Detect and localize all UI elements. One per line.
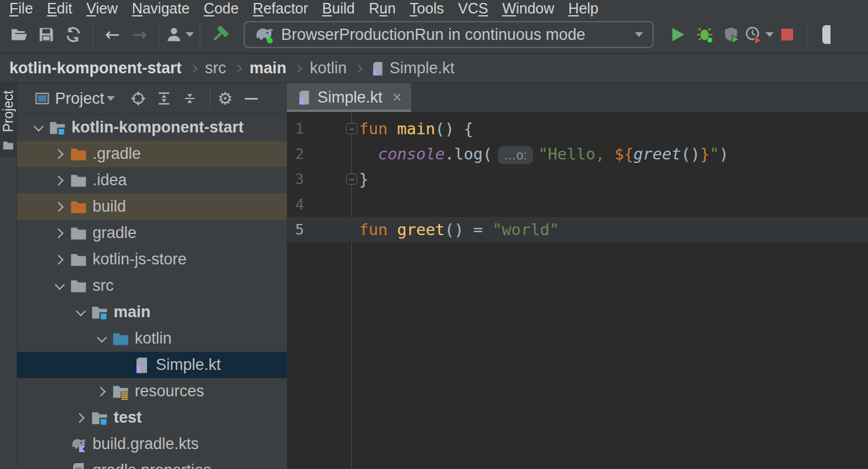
tree-chevron-icon[interactable]: [28, 114, 49, 141]
tree-chevron-icon[interactable]: [49, 431, 70, 457]
expand-all-button[interactable]: [153, 86, 179, 111]
save-all-button[interactable]: [33, 21, 60, 49]
menu-item[interactable]: View: [79, 0, 125, 16]
project-tree: kotlin-komponent-start .gradle .idea bui…: [17, 114, 287, 469]
tree-chevron-icon[interactable]: [70, 405, 91, 431]
locate-file-button[interactable]: [128, 86, 153, 111]
tree-chevron-icon[interactable]: [91, 378, 112, 405]
hammer-icon: [211, 26, 228, 43]
tree-row[interactable]: resources: [17, 378, 287, 405]
tree-chevron-icon[interactable]: [70, 299, 91, 325]
line-number: 5: [295, 221, 304, 238]
code-area[interactable]: 1 fun main() { 2 console.log(…o:"Hello, …: [287, 113, 868, 469]
chevron-down-icon[interactable]: [107, 96, 115, 101]
tree-chevron-icon[interactable]: [49, 193, 70, 220]
breadcrumb-item[interactable]: src: [205, 59, 250, 77]
main-toolbar: ← → Brow: [0, 16, 868, 54]
open-project-button[interactable]: [6, 21, 33, 49]
panel-separator: [210, 89, 210, 108]
breadcrumb-separator-icon: [294, 64, 302, 72]
tree-chevron-icon[interactable]: [91, 325, 112, 352]
breadcrumb-item[interactable]: kotlin: [310, 59, 370, 77]
code-line[interactable]: 2 console.log(…o:"Hello, ${greet()}"): [287, 141, 868, 166]
user-icon: [165, 26, 183, 43]
tree-row[interactable]: .gradle: [17, 141, 287, 167]
tree-row[interactable]: kotlin-js-store: [17, 246, 287, 273]
menu-item[interactable]: File: [2, 0, 40, 16]
debug-button[interactable]: [691, 21, 718, 49]
profiler-button[interactable]: [745, 21, 774, 49]
breadcrumb-item[interactable]: kotlin-komponent-start: [9, 59, 205, 77]
tree-row[interactable]: .idea: [17, 167, 287, 193]
editor-tab-simple-kt[interactable]: Simple.kt ×: [287, 83, 411, 112]
line-number: 4: [295, 196, 304, 213]
tree-row[interactable]: kotlin-komponent-start: [17, 114, 287, 141]
hide-panel-button[interactable]: [241, 86, 266, 111]
window-edge-button[interactable]: [813, 21, 840, 49]
code-line[interactable]: 1 fun main() {: [287, 116, 868, 141]
tree-row[interactable]: Simple.kt: [17, 352, 287, 378]
menu-item[interactable]: Help: [561, 0, 605, 16]
menu-item[interactable]: Edit: [40, 0, 79, 16]
tree-chevron-icon[interactable]: [49, 246, 70, 273]
run-button[interactable]: [664, 21, 691, 49]
tree-chevron-icon[interactable]: [49, 220, 70, 246]
tree-chevron-icon[interactable]: [49, 167, 70, 193]
tree-chevron-icon[interactable]: [112, 352, 133, 378]
annotate-user-dropdown-button[interactable]: [165, 21, 194, 49]
menu-item[interactable]: Navigate: [125, 0, 197, 16]
tool-stripe-project-button[interactable]: Project: [0, 83, 16, 157]
gear-icon: ⚙: [218, 90, 233, 107]
tree-row[interactable]: gradle.properties: [17, 457, 287, 469]
tree-chevron-icon[interactable]: [49, 273, 70, 299]
run-with-coverage-button[interactable]: [718, 21, 745, 49]
tool-stripe: Project: [0, 83, 17, 469]
stop-button[interactable]: [774, 21, 801, 49]
line-number: 2: [295, 145, 304, 162]
code-text: fun greet() = "world": [359, 220, 559, 239]
tree-row[interactable]: test: [17, 405, 287, 431]
tree-row[interactable]: src: [17, 273, 287, 299]
chevron-down-icon: [635, 32, 643, 37]
run-config-combo[interactable]: BrowserProductionRun in continuous mode: [244, 21, 654, 48]
save-icon: [37, 26, 55, 43]
breadcrumb-item[interactable]: Simple.kt: [370, 59, 454, 77]
folder-icon: [70, 172, 87, 189]
tree-row[interactable]: build: [17, 193, 287, 220]
menu-item[interactable]: Build: [315, 0, 362, 16]
build-project-button[interactable]: [206, 21, 233, 49]
code-line[interactable]: 4: [287, 192, 868, 217]
partial-icon: [822, 25, 831, 44]
navigate-forward-button[interactable]: →: [126, 21, 153, 49]
menu-item[interactable]: Window: [495, 0, 561, 16]
sync-project-button[interactable]: [60, 21, 87, 49]
code-text: }: [359, 170, 368, 188]
toolbar-separator: [159, 23, 159, 46]
tree-row[interactable]: build.gradle.kts: [17, 431, 287, 457]
menu-item[interactable]: VCS: [451, 0, 495, 16]
project-view-icon: [35, 91, 50, 106]
menu-item[interactable]: Tools: [403, 0, 451, 16]
panel-settings-button[interactable]: ⚙: [215, 86, 241, 111]
tree-row[interactable]: kotlin: [17, 325, 287, 352]
collapse-all-button[interactable]: [179, 86, 205, 111]
tree-chevron-icon[interactable]: [49, 141, 70, 167]
toolbar-separator: [200, 23, 200, 46]
code-line[interactable]: 3 }: [287, 166, 868, 192]
folder-excluded-icon: [70, 145, 87, 163]
line-number: 3: [295, 171, 304, 188]
tree-chevron-icon[interactable]: [49, 457, 70, 469]
tree-row[interactable]: main: [17, 299, 287, 325]
code-line[interactable]: 5 fun greet() = "world": [287, 217, 868, 242]
tree-row[interactable]: gradle: [17, 220, 287, 246]
close-icon[interactable]: ×: [392, 90, 402, 106]
project-panel-title[interactable]: Project: [55, 90, 104, 108]
fold-marker-icon[interactable]: [346, 123, 357, 134]
folder-open-icon: [11, 26, 28, 43]
menu-item[interactable]: Code: [197, 0, 246, 16]
breadcrumb-item[interactable]: main: [250, 59, 310, 77]
menu-item[interactable]: Run: [362, 0, 403, 16]
navigate-back-button[interactable]: ←: [99, 21, 126, 49]
fold-marker-icon[interactable]: [346, 174, 357, 185]
menu-item[interactable]: Refactor: [246, 0, 316, 16]
